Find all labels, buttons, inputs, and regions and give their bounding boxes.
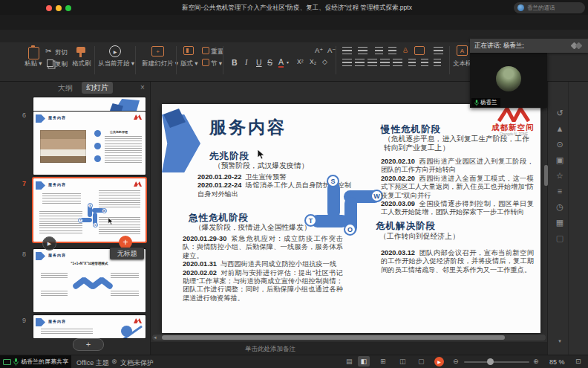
justify-icon[interactable] [380,59,390,66]
spacing-options-icon[interactable] [434,59,441,66]
view-presenter-icon[interactable]: ▢ [418,358,425,365]
sidebar-favorites-icon[interactable]: ☆ [554,171,566,181]
cut-button[interactable]: 剪切 [55,48,68,57]
increase-indent-icon[interactable] [388,47,396,54]
align-center-icon[interactable] [355,59,365,66]
meeting-video-tile[interactable]: 杨香兰 [470,53,547,108]
minimize-window-button[interactable] [56,5,62,11]
bullet-list-icon[interactable] [342,47,352,54]
sidebar-design-icon[interactable]: ▲ [554,124,566,133]
play-from-current-button[interactable]: 从当前开始 ▾ [98,59,134,68]
screen-share-badge[interactable]: 杨香兰的屏幕共享 [0,355,71,368]
format-painter-button[interactable]: 格式刷 [72,59,91,68]
slide-6-thumbnail[interactable]: 服务内容 公共危机管理 [33,112,146,175]
numbered-list-icon[interactable] [358,47,368,54]
cut-icon[interactable]: ✂ [45,47,51,55]
clear-format-icon[interactable]: ◇ [322,58,327,65]
sidebar-package-icon[interactable]: ▢ [554,233,566,243]
stage-4-events[interactable]: 2020.03.12团队内部会议召开，宣布当前新空间的工作开始步入促经济阶段，并… [381,249,534,274]
theme-label[interactable]: Office 主题 [76,358,109,368]
stage-3-sub[interactable]: （危机逐步平息，进入到复工生产阶段，工作转向到产业复工上） [384,135,531,152]
superscript-button[interactable]: X² [297,58,304,65]
layout-icon[interactable] [183,46,194,55]
doc-protect-label[interactable]: 文档未保护 [120,358,154,368]
slide-canvas[interactable]: 服务内容 成都新空间 Chengdu N· ZONE 先兆阶段 （预警阶段，武汉… [162,104,540,333]
horizontal-scrollbar[interactable]: ◂ [152,335,546,340]
paragraph-spacing-icon[interactable] [421,59,428,66]
preview-play-button[interactable]: ▶ [42,236,56,251]
columns-icon[interactable] [434,47,443,54]
highlight-box-icon[interactable] [414,46,425,55]
textbox-button[interactable]: 文本框 [453,59,472,68]
copy-button[interactable]: 复制 [55,60,68,69]
sidebar-resource-icon[interactable]: ⊙ [554,140,566,149]
stage-3-events[interactable]: 2020.02.10西园街道产业园区进入到复工阶段，团队的工作方向开始转向 20… [381,158,534,217]
view-sorter-icon[interactable]: ⊞ [380,358,386,365]
slideshow-play-button[interactable]: ▶ [434,357,444,367]
zoom-slider-thumb[interactable] [487,358,494,365]
new-slide-icon[interactable]: + [151,46,164,57]
slide-9-thumbnail[interactable]: 服务内容 [33,315,146,338]
close-window-button[interactable] [46,5,52,11]
stage-4-name[interactable]: 危机解决阶段 [376,220,436,233]
canvas-vscrollbar-thumb[interactable] [544,165,548,186]
font-color-dropdown-icon[interactable]: ▾ [287,59,289,65]
decrease-font-button[interactable]: A⁻ [327,46,336,54]
layout-button[interactable]: 版式 ▾ [180,59,198,68]
notes-area[interactable]: 单击此处添加备注 [151,342,547,355]
fit-window-icon[interactable]: ⊡ [575,358,581,365]
notes-toggle-icon[interactable]: ▤ [346,358,353,365]
scrollbar-left-arrow[interactable]: ◂ [154,335,157,340]
zoom-out-icon[interactable]: ⊖ [453,358,459,365]
play-from-current-icon[interactable]: ▶ [109,45,121,57]
zoom-slider-track[interactable] [464,361,529,363]
distribute-icon[interactable] [393,59,402,66]
italic-button[interactable]: I [245,58,248,66]
meeting-overlay[interactable]: 正在讲话: 杨香兰; [470,39,588,53]
textbox-icon[interactable]: A [457,45,468,56]
sidebar-history-icon[interactable]: ◷ [554,202,566,212]
text-direction-icon[interactable]: A̲ [403,46,408,54]
close-panel-icon[interactable]: × [140,83,145,91]
sidebar-image-icon[interactable]: ▦ [554,218,566,227]
add-slide-pill-button[interactable]: + [73,338,104,351]
align-left-icon[interactable] [342,59,352,66]
slides-tab[interactable]: 幻灯片 [82,82,113,94]
font-color-button[interactable]: A [278,58,284,68]
zoom-level[interactable]: 85 % [549,358,565,366]
increase-font-button[interactable]: A⁺ [315,46,323,54]
view-normal-button[interactable]: ◧ [358,356,370,367]
sidebar-settings-icon[interactable]: ≡ [554,187,566,196]
subscript-button[interactable]: X₂ [310,58,316,65]
sidebar-effects-icon[interactable]: ↺ [554,109,566,118]
sidebar-expand-icon[interactable]: ▾ [554,338,566,344]
stage-1-sub[interactable]: （预警阶段，武汉爆发疫情） [214,161,308,170]
view-reading-icon[interactable]: ◫ [399,358,406,365]
paste-button[interactable]: 粘贴 ▾ [24,59,42,68]
sidebar-template-icon[interactable]: ▣ [554,155,566,165]
copy-icon[interactable] [47,59,53,67]
scrollbar-thumb[interactable] [162,335,505,340]
call-widget[interactable]: 香兰的通话 [514,2,585,13]
format-painter-icon[interactable] [76,47,85,53]
zoom-in-icon[interactable]: ⊕ [533,358,539,365]
align-right-icon[interactable] [368,59,377,66]
section-icon[interactable] [202,59,209,66]
slide-7-thumbnail[interactable]: 服务内容 S W T O [33,178,146,242]
decrease-indent-icon[interactable] [375,47,383,54]
line-spacing-icon[interactable] [408,59,416,66]
zoom-window-button[interactable] [65,5,71,11]
reset-icon[interactable] [202,47,209,54]
strikethrough-button[interactable]: S [267,58,272,67]
stage-4-sub[interactable]: （工作转向到促经济上） [379,232,460,241]
stage-2-events[interactable]: 2020.01.29-30紧急危机应对：成立防疫工作突击队：舆情防控小组、后勤保… [183,235,343,303]
stage-2-sub[interactable]: （爆发阶段，疫情进入全国性爆发） [195,223,311,232]
outline-tab[interactable]: 大纲 [58,83,73,94]
paste-icon[interactable] [28,47,39,59]
slide-title[interactable]: 服务内容 [209,116,287,139]
underline-button[interactable]: U [256,58,262,67]
new-slide-button[interactable]: 新建幻灯片 ▾ [142,59,178,68]
reset-button[interactable]: 重置 [211,48,223,57]
bold-button[interactable]: B [232,58,238,67]
section-button[interactable]: 节 ▾ [211,59,222,68]
